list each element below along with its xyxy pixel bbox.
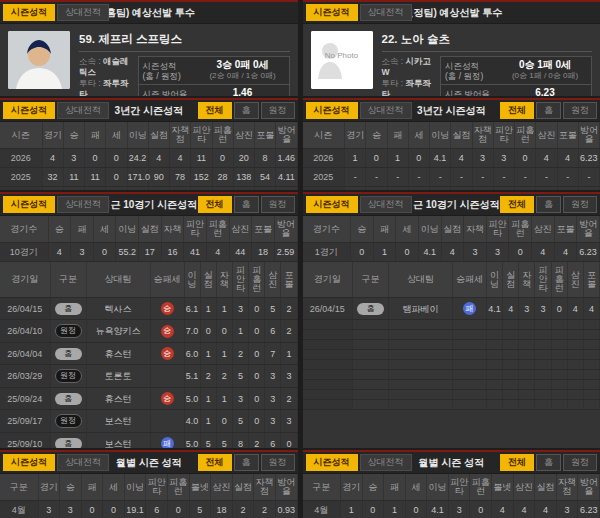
- filter-home-button[interactable]: 홈: [536, 454, 561, 471]
- season-record-row: 시즌성적(홈 / 원정) 0승 1패 0세(0승 1패 / 0승 0패): [441, 57, 591, 84]
- opponent-cell: [389, 330, 453, 340]
- tab-season-stats[interactable]: 시즌성적: [306, 102, 358, 119]
- table-cell: 4: [48, 243, 71, 262]
- stat-cell: [487, 400, 503, 410]
- tab-season-stats[interactable]: 시즌성적: [306, 454, 358, 471]
- tab-season-stats[interactable]: 시즌성적: [306, 4, 358, 21]
- filter-away-button[interactable]: 원정: [261, 196, 295, 213]
- tab-head-to-head[interactable]: 상대전적: [360, 196, 412, 213]
- tab-season-stats[interactable]: 시즌성적: [3, 4, 55, 21]
- table-cell: 90: [148, 168, 169, 187]
- away-three-year-section: 시즌성적 상대전적 3년간 시즌성적 전체 홈 원정 시즌경기승패세이닝실점자책…: [303, 98, 600, 190]
- table-cell: 171.0: [127, 168, 148, 187]
- table-cell: 6.23: [577, 243, 600, 262]
- stat-cell: [519, 390, 535, 400]
- filter-home-button[interactable]: 홈: [536, 196, 561, 213]
- filter-all-button[interactable]: 전체: [500, 102, 534, 119]
- table-cell: 4.1: [430, 149, 451, 168]
- filter-home-button[interactable]: 홈: [234, 196, 259, 213]
- table-cell: 3: [63, 149, 84, 168]
- filter-away-button[interactable]: 원정: [261, 102, 295, 119]
- stat-cell: 2: [281, 298, 297, 320]
- venue-cell: 원정: [50, 365, 86, 388]
- column-header: 방어율: [578, 474, 600, 501]
- game-row: [303, 360, 600, 370]
- stat-cell: 1: [200, 410, 216, 433]
- venue-cell: 원정: [50, 320, 86, 343]
- filter-away-button[interactable]: 원정: [261, 454, 295, 471]
- filter-all-button[interactable]: 전체: [198, 102, 232, 119]
- player-details: 소속애슬레틱스 투타좌투좌타 출생1992년 09월 20일 신체190.5cm…: [79, 56, 132, 96]
- tab-season-stats[interactable]: 시즌성적: [3, 454, 55, 471]
- filter-home-button[interactable]: 홈: [536, 102, 561, 119]
- column-header: 피홈런: [167, 474, 189, 501]
- stat-cell: [551, 360, 567, 370]
- stat-cell: [567, 360, 583, 370]
- stat-cell: 1: [200, 388, 216, 410]
- filter-all-button[interactable]: 전체: [500, 454, 534, 471]
- three-year-stats-table: 시즌경기승패세이닝실점자책점피안타피홈런삼진포볼방어율 202610104.14…: [303, 122, 600, 190]
- table-cell: 4: [441, 243, 464, 262]
- home-pitcher-card-section: 시즌성적 상대전적 (홈팀) 예상선발 투수 59. 제프리 스프링스: [0, 0, 298, 96]
- table-cell: 4: [557, 149, 578, 168]
- column-header: 경기: [42, 122, 63, 149]
- stat-cell: 3: [265, 388, 281, 410]
- table-cell: 3: [38, 501, 60, 518]
- column-header: 구분: [303, 474, 341, 501]
- filter-all-button[interactable]: 전체: [500, 196, 534, 213]
- table-row: 20253211110171.0907815228138544.11: [0, 168, 297, 187]
- stat-cell: 4: [567, 298, 583, 320]
- table-cell: 1: [341, 501, 363, 518]
- stat-cell: 6: [265, 433, 281, 449]
- away-monthly-section: 시즌성적 상대전적 월별 시즌 성적 전체 홈 원정 구분경기승패세이닝피안타피…: [303, 450, 600, 518]
- filter-away-button[interactable]: 원정: [563, 102, 597, 119]
- tab-head-to-head[interactable]: 상대전적: [360, 4, 412, 21]
- column-header: 상대팀: [389, 262, 453, 298]
- opponent-cell: [389, 380, 453, 390]
- column-header: 시즌: [303, 122, 345, 149]
- game-date-cell: 25/09/24: [0, 388, 50, 410]
- table-cell: 4: [513, 501, 535, 518]
- filter-away-button[interactable]: 원정: [563, 196, 597, 213]
- table-cell: 11: [85, 168, 106, 187]
- table-cell: 3: [493, 149, 514, 168]
- stat-cell: 0: [551, 298, 567, 320]
- table-cell: 3: [472, 149, 493, 168]
- venue-cell: 원정: [50, 410, 86, 433]
- column-header: 세: [408, 122, 429, 149]
- filter-home-button[interactable]: 홈: [234, 454, 259, 471]
- filter-all-button[interactable]: 전체: [198, 454, 232, 471]
- table-cell: 2.59: [274, 243, 297, 262]
- tab-head-to-head[interactable]: 상대전적: [360, 454, 412, 471]
- table-cell: -: [472, 168, 493, 187]
- tab-head-to-head[interactable]: 상대전적: [57, 4, 109, 21]
- table-cell: 5: [212, 187, 233, 191]
- stat-cell: 0: [249, 410, 265, 433]
- tab-season-stats[interactable]: 시즌성적: [3, 196, 55, 213]
- game-row: [303, 340, 600, 350]
- stat-cell: 5.0: [184, 433, 200, 449]
- column-header: 경기: [345, 122, 366, 149]
- table-cell: 4월: [0, 501, 38, 518]
- stat-cell: [535, 370, 551, 380]
- table-cell: 4: [536, 149, 557, 168]
- tab-head-to-head[interactable]: 상대전적: [57, 454, 109, 471]
- tab-head-to-head[interactable]: 상대전적: [57, 102, 109, 119]
- game-row: 26/04/04홈휴스턴승6.0112071: [0, 343, 297, 365]
- tab-season-stats[interactable]: 시즌성적: [306, 196, 358, 213]
- filter-all-button[interactable]: 전체: [198, 196, 232, 213]
- opponent-cell: 텍사스: [86, 298, 150, 320]
- column-header: 실점: [232, 474, 254, 501]
- result-cell: 승: [150, 320, 184, 343]
- table-cell: 3: [60, 501, 82, 518]
- table-cell: 2: [85, 187, 106, 191]
- tab-season-stats[interactable]: 시즌성적: [3, 102, 55, 119]
- filter-away-button[interactable]: 원정: [563, 454, 597, 471]
- stat-cell: 0: [249, 343, 265, 365]
- tab-head-to-head[interactable]: 상대전적: [57, 196, 109, 213]
- stat-cell: [567, 320, 583, 330]
- tab-head-to-head[interactable]: 상대전적: [360, 102, 412, 119]
- game-date-cell: 26/04/15: [0, 298, 50, 320]
- filter-home-button[interactable]: 홈: [234, 102, 259, 119]
- section-tabbar: 시즌성적 상대전적 최근 10경기 시즌성적 전체 홈 원정: [303, 194, 600, 216]
